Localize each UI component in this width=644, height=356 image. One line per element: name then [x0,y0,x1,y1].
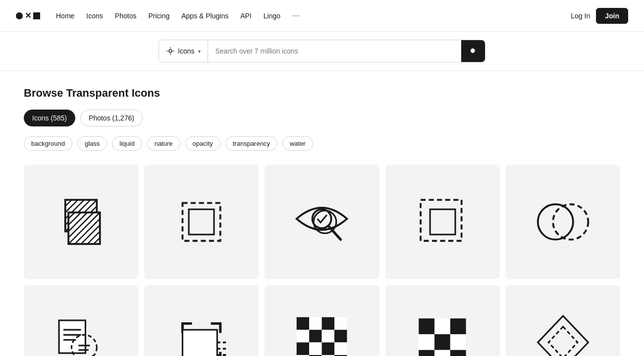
search-bar-wrapper: Icons ▾ [0,32,644,71]
logo[interactable]: ✕ [16,12,40,20]
svg-rect-27 [430,209,455,235]
nav-lingo[interactable]: Lingo [264,12,280,20]
search-input[interactable] [208,40,461,62]
icon-card-8[interactable] [265,285,379,356]
tabs: Icons (585) Photos (1,276) [24,110,620,126]
chevron-down-icon: ▾ [198,49,201,54]
filter-tag-water[interactable]: water [282,136,313,151]
icon-card-3[interactable] [265,165,379,279]
header: ✕ Home Icons Photos Pricing Apps & Plugi… [0,0,644,32]
login-button[interactable]: Log In [571,12,590,20]
svg-rect-53 [297,343,309,355]
logo-circle [16,12,23,19]
svg-rect-45 [297,317,309,330]
svg-rect-55 [322,343,334,355]
filter-tag-transparency[interactable]: transparency [225,136,277,151]
nav-home[interactable]: Home [56,12,74,20]
tab-icons[interactable]: Icons (585) [24,110,75,126]
logo-square [33,12,40,19]
svg-rect-48 [334,317,347,330]
svg-point-29 [553,204,588,239]
filter-tag-background[interactable]: background [24,136,72,151]
search-button[interactable] [461,40,485,62]
icons-category-icon [166,47,175,56]
svg-rect-66 [450,334,466,350]
icon-card-6[interactable] [24,285,138,356]
svg-rect-65 [434,334,450,350]
svg-rect-51 [322,330,334,342]
svg-point-28 [538,204,573,239]
svg-rect-47 [322,317,334,330]
svg-rect-61 [419,318,434,334]
header-right: Log In Join [571,8,628,24]
search-type-selector[interactable]: Icons ▾ [159,40,208,62]
search-type-label: Icons [178,47,194,55]
svg-rect-38 [183,330,217,356]
svg-rect-62 [434,318,450,334]
svg-point-0 [169,50,172,53]
svg-point-23 [313,209,331,228]
icon-card-7[interactable] [144,285,259,356]
svg-rect-67 [419,350,434,356]
main-nav: Home Icons Photos Pricing Apps & Plugins… [56,10,300,21]
page-title: Browse Transparent Icons [24,87,620,100]
icon-card-5[interactable] [506,165,620,279]
nav-icons[interactable]: Icons [86,12,103,20]
filter-tag-liquid[interactable]: liquid [112,136,142,151]
icon-card-4[interactable] [385,165,500,279]
filter-tag-nature[interactable]: nature [147,136,180,151]
nav-api[interactable]: API [240,12,252,20]
svg-rect-49 [297,330,309,342]
svg-rect-68 [434,350,450,356]
join-button[interactable]: Join [596,8,628,24]
search-icon [469,47,478,56]
svg-rect-64 [419,334,434,350]
icon-card-9[interactable] [385,285,500,356]
logo-x-icon: ✕ [25,12,31,20]
tab-photos[interactable]: Photos (1,276) [80,110,143,126]
svg-rect-69 [450,350,466,356]
filter-tags: background glass liquid nature opacity t… [24,136,620,151]
svg-rect-52 [334,330,347,342]
nav-photos[interactable]: Photos [115,12,137,20]
svg-marker-70 [538,316,589,356]
search-container: Icons ▾ [159,40,485,62]
svg-rect-22 [189,209,214,235]
nav-more-button[interactable]: ··· [292,10,300,21]
nav-pricing[interactable]: Pricing [148,12,169,20]
svg-line-24 [329,227,341,239]
svg-rect-54 [310,343,322,355]
header-left: ✕ Home Icons Photos Pricing Apps & Plugi… [16,10,300,21]
svg-rect-50 [310,330,322,342]
filter-tag-glass[interactable]: glass [77,136,107,151]
svg-marker-71 [548,327,577,356]
icon-card-2[interactable] [144,165,259,279]
icon-grid [24,165,620,356]
svg-rect-63 [450,318,466,334]
nav-apps[interactable]: Apps & Plugins [181,12,228,20]
main-content: Browse Transparent Icons Icons (585) Pho… [0,71,644,356]
filter-tag-opacity[interactable]: opacity [185,136,220,151]
svg-rect-46 [310,317,322,330]
svg-rect-56 [334,343,347,355]
icon-card-1[interactable] [24,165,138,279]
icon-card-10[interactable] [506,285,620,356]
